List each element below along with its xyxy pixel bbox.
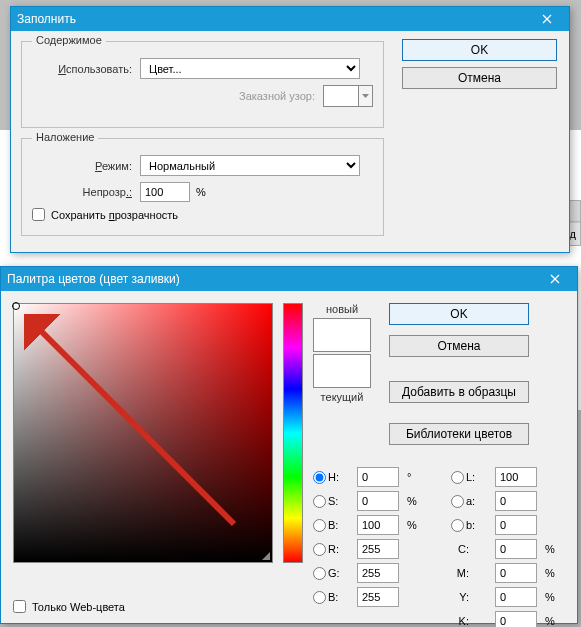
use-select[interactable]: Цвет...: [140, 58, 360, 79]
r-radio[interactable]: [313, 543, 326, 556]
resize-corner-icon: [262, 552, 270, 560]
s-radio[interactable]: [313, 495, 326, 508]
hue-slider[interactable]: [283, 303, 303, 563]
custom-pattern-label: Заказной узор:: [239, 90, 315, 102]
color-picker-title: Палитра цветов (цвет заливки): [7, 272, 539, 286]
percent-label: %: [545, 615, 559, 627]
a-input[interactable]: [495, 491, 537, 511]
bb-radio[interactable]: [313, 591, 326, 604]
use-label: Использовать:: [32, 63, 132, 75]
bv-radio[interactable]: [313, 519, 326, 532]
content-group: Содержимое Использовать: Цвет... Заказно…: [21, 41, 384, 128]
g-input[interactable]: [357, 563, 399, 583]
r-input[interactable]: [357, 539, 399, 559]
close-icon: [550, 274, 560, 284]
k-input[interactable]: [495, 611, 537, 627]
close-button[interactable]: [531, 8, 563, 30]
degree-label: °: [407, 471, 421, 483]
cancel-button[interactable]: Отмена: [402, 67, 557, 89]
g-radio-label[interactable]: G:: [313, 567, 349, 580]
percent-label: %: [196, 186, 206, 198]
close-button[interactable]: [539, 268, 571, 290]
svg-line-0: [34, 324, 234, 524]
preserve-transparency-label: Сохранить прозрачность: [51, 209, 178, 221]
close-icon: [542, 14, 552, 24]
opacity-input[interactable]: [140, 182, 190, 202]
pattern-dropdown: [359, 85, 373, 107]
h-input[interactable]: [357, 467, 399, 487]
current-color-swatch[interactable]: [313, 354, 371, 388]
color-libraries-button[interactable]: Библиотеки цветов: [389, 423, 529, 445]
s-input[interactable]: [357, 491, 399, 511]
m-input[interactable]: [495, 563, 537, 583]
pattern-swatch: [323, 85, 359, 107]
cancel-button[interactable]: Отмена: [389, 335, 529, 357]
saturation-value-field[interactable]: [13, 303, 273, 563]
ok-button[interactable]: OK: [389, 303, 529, 325]
c-label: C:: [451, 543, 473, 555]
percent-label: %: [407, 519, 421, 531]
h-radio[interactable]: [313, 471, 326, 484]
blend-legend: Наложение: [32, 131, 98, 143]
fill-dialog: Заполнить OK Отмена Содержимое Использов…: [10, 6, 570, 253]
k-label: K:: [451, 615, 473, 627]
g-radio[interactable]: [313, 567, 326, 580]
bb-input[interactable]: [357, 587, 399, 607]
c-input[interactable]: [495, 539, 537, 559]
web-only-label: Только Web-цвета: [32, 601, 125, 613]
fill-title: Заполнить: [17, 12, 531, 26]
arrow-overlay-icon: [24, 314, 264, 554]
l-radio-label[interactable]: L:: [451, 471, 487, 484]
h-radio-label[interactable]: H:: [313, 471, 349, 484]
lb-radio[interactable]: [451, 519, 464, 532]
y-input[interactable]: [495, 587, 537, 607]
chevron-down-icon: [362, 94, 369, 98]
new-label: новый: [326, 303, 358, 315]
mode-label: Режим:: [32, 160, 132, 172]
l-radio[interactable]: [451, 471, 464, 484]
web-only-checkbox[interactable]: [13, 600, 26, 613]
lb-radio-label[interactable]: b:: [451, 519, 487, 532]
bb-radio-label[interactable]: B:: [313, 591, 349, 604]
ok-button[interactable]: OK: [402, 39, 557, 61]
percent-label: %: [407, 495, 421, 507]
mode-select[interactable]: Нормальный: [140, 155, 360, 176]
r-radio-label[interactable]: R:: [313, 543, 349, 556]
lb-input[interactable]: [495, 515, 537, 535]
opacity-label: Непрозр.:: [32, 186, 132, 198]
bv-radio-label[interactable]: B:: [313, 519, 349, 532]
percent-label: %: [545, 543, 559, 555]
new-color-swatch: [313, 318, 371, 352]
color-picker-dialog: Палитра цветов (цвет заливки) новый теку…: [0, 266, 578, 624]
l-input[interactable]: [495, 467, 537, 487]
color-picker-titlebar[interactable]: Палитра цветов (цвет заливки): [1, 267, 577, 291]
add-swatch-button[interactable]: Добавить в образцы: [389, 381, 529, 403]
percent-label: %: [545, 591, 559, 603]
percent-label: %: [545, 567, 559, 579]
preserve-transparency-checkbox[interactable]: [32, 208, 45, 221]
m-label: M:: [451, 567, 473, 579]
fill-titlebar[interactable]: Заполнить: [11, 7, 569, 31]
y-label: Y:: [451, 591, 473, 603]
blend-group: Наложение Режим: Нормальный Непрозр.: % …: [21, 138, 384, 236]
current-label: текущий: [321, 391, 364, 403]
a-radio[interactable]: [451, 495, 464, 508]
s-radio-label[interactable]: S:: [313, 495, 349, 508]
sv-cursor: [12, 302, 20, 310]
content-legend: Содержимое: [32, 34, 106, 46]
a-radio-label[interactable]: a:: [451, 495, 487, 508]
bv-input[interactable]: [357, 515, 399, 535]
